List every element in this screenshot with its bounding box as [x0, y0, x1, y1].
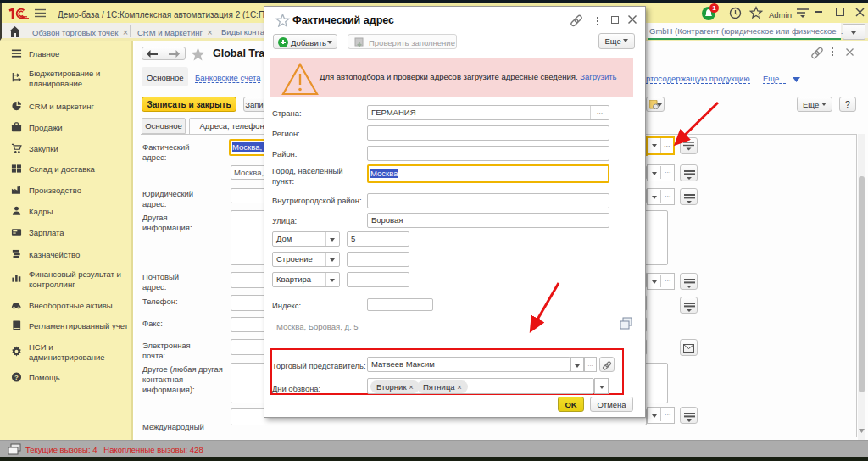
- svg-text:?: ?: [14, 374, 19, 381]
